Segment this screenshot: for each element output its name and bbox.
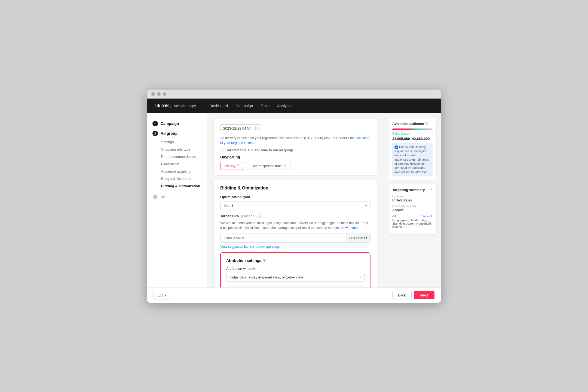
attr-chevron-icon: ▾ bbox=[359, 275, 361, 279]
target-cpa-label: Target CPA (Optional) ⓘ bbox=[220, 214, 370, 218]
targeting-os-row: Operating system Android bbox=[392, 204, 433, 212]
daypart-allday-btn[interactable]: All day ⓘ bbox=[220, 162, 244, 170]
nav-dashboard[interactable]: Dashboard bbox=[209, 104, 228, 108]
browser-chrome bbox=[147, 90, 441, 99]
right-panel: Available audience ⓘ Fairly broad 34,905… bbox=[384, 113, 441, 287]
exit-label: Exit bbox=[158, 293, 164, 297]
daypart-allday-label: All day bbox=[225, 164, 235, 168]
targeting-all-row: All View all Languages , Gender , Age , … bbox=[392, 214, 433, 228]
step-badge-campaign: ✓ bbox=[152, 121, 158, 126]
back-button[interactable]: Back bbox=[392, 291, 412, 299]
sidebar-sub-audience[interactable]: Audience targeting bbox=[158, 168, 207, 175]
sidebar-sub-bidding[interactable]: Bidding & Optimization bbox=[158, 182, 207, 190]
daypart-specific-btn[interactable]: Select specific time ⓘ bbox=[247, 162, 290, 170]
cpa-suffix: USD/Install bbox=[346, 234, 370, 242]
arrow-indicator: ➤ bbox=[207, 286, 210, 287]
audience-title: Available audience ⓘ bbox=[392, 122, 433, 126]
attr-grid: Click-through window 1-day click 7-day c… bbox=[226, 286, 365, 287]
checkmark-icon: ✓ bbox=[154, 122, 156, 125]
traffic-light-maximize[interactable] bbox=[163, 92, 166, 96]
datetime-value: 2023-12-29 04:57 bbox=[223, 126, 251, 130]
attr-window-label: Attribution window bbox=[226, 267, 365, 271]
audience-note: i Due to data security requirements, thi… bbox=[392, 143, 433, 177]
content-area: 2023-12-29 04:57 🕐 Ad delivery is based … bbox=[207, 113, 384, 287]
sidebar-sub-settings[interactable]: Settings bbox=[158, 138, 207, 146]
targeting-all-val: All bbox=[392, 214, 396, 218]
main-layout: ✓ Campaign 2 Ad group Settings Shopping … bbox=[147, 113, 441, 287]
step-badge-ad: 3 bbox=[152, 194, 158, 200]
target-cpa-help-icon: ⓘ bbox=[258, 215, 261, 218]
exit-chevron-icon: ▾ bbox=[165, 293, 166, 297]
dayparting-label: Dayparting bbox=[220, 155, 370, 159]
cpa-input-group: USD/Install bbox=[220, 234, 370, 243]
audience-note-text: Due to data security requirements, this … bbox=[394, 145, 429, 174]
audience-card: Available audience ⓘ Fairly broad 34,905… bbox=[388, 118, 437, 181]
attr-window-select[interactable]: 7-day click, 7-day engaged view, or 1-da… bbox=[226, 273, 365, 282]
datetime-input[interactable]: 2023-12-29 04:57 🕐 bbox=[220, 124, 261, 132]
targeting-os-label: Operating system bbox=[392, 204, 433, 208]
targeting-collapse-icon[interactable]: ⌃ bbox=[430, 188, 433, 192]
logo-tiktok-text: TikTok bbox=[154, 103, 169, 109]
opt-goal-value: Install bbox=[224, 204, 233, 208]
target-cpa-optional: (Optional) bbox=[241, 214, 256, 218]
bidding-section-title: Bidding & Optimization bbox=[220, 186, 370, 191]
logo-sub-text: Ads Manager bbox=[174, 104, 196, 108]
dayparting-options: All day ⓘ Select specific time ⓘ bbox=[220, 162, 370, 170]
traffic-light-minimize[interactable] bbox=[157, 92, 161, 96]
sidebar-sub-items: Settings Shopping ads type Product sourc… bbox=[158, 138, 207, 190]
traffic-light-close[interactable] bbox=[151, 92, 155, 96]
attr-col-click: Click-through window 1-day click 7-day c… bbox=[226, 286, 267, 287]
sidebar-sub-product[interactable]: Product source details bbox=[158, 153, 207, 160]
timezone-note: Ad delivery is based on your registered … bbox=[220, 136, 370, 145]
help-circle-icon: ⓘ bbox=[237, 164, 240, 168]
next-button[interactable]: Next bbox=[414, 291, 434, 299]
top-nav: TikTok: Ads Manager Dashboard Campaign T… bbox=[147, 99, 441, 113]
sidebar: ✓ Campaign 2 Ad group Settings Shopping … bbox=[147, 113, 207, 287]
datetime-section: 2023-12-29 04:57 🕐 Ad delivery is based … bbox=[213, 119, 377, 176]
nav-tools[interactable]: Tools bbox=[261, 104, 270, 108]
step-label-campaign: Campaign bbox=[161, 121, 179, 126]
targeting-card: Targeting summary ⌃ Location United Stat… bbox=[388, 184, 437, 235]
sidebar-step-adgroup[interactable]: 2 Ad group bbox=[147, 128, 207, 138]
sidebar-sub-placements[interactable]: Placements bbox=[158, 160, 207, 168]
exit-button[interactable]: Exit ▾ bbox=[154, 291, 170, 299]
view-all-link[interactable]: View all bbox=[422, 215, 433, 218]
suggest-bid-link[interactable]: View suggested bid bbox=[220, 245, 249, 249]
datetime-row: 2023-12-29 04:57 🕐 bbox=[220, 124, 370, 132]
cpa-input[interactable] bbox=[220, 234, 346, 242]
step-badge-adgroup: 2 bbox=[152, 131, 158, 136]
info-icon: i bbox=[394, 145, 398, 149]
opt-goal-label: Optimization goal bbox=[220, 195, 370, 199]
sidebar-step-campaign[interactable]: ✓ Campaign bbox=[147, 119, 207, 128]
daypart-specific-label: Select specific time bbox=[252, 164, 282, 168]
attr-or-1: Or bbox=[267, 286, 275, 287]
set-time-radio[interactable]: Set start time and end time to run ad gr… bbox=[220, 148, 370, 152]
opt-goal-select[interactable]: Install ▾ bbox=[220, 201, 370, 210]
targeting-location-label: Location bbox=[392, 195, 433, 198]
targeting-more-text: Languages , Gender , Age , Spending powe… bbox=[392, 219, 433, 228]
attribution-title: Attribution settings ⓘ bbox=[226, 258, 365, 263]
nav-analytics[interactable]: Analytics bbox=[277, 104, 292, 108]
sidebar-step-ad[interactable]: 3 Ad bbox=[147, 192, 207, 202]
chevron-down-icon: ▾ bbox=[365, 204, 367, 207]
attr-col-engaged: Engaged view-through window ⓘ 1-day enga… bbox=[275, 286, 316, 287]
attr-window-value: 7-day click, 7-day engaged view, or 1-da… bbox=[230, 275, 303, 279]
radio-circle bbox=[220, 148, 224, 152]
clock-icon: 🕐 bbox=[253, 126, 258, 130]
logo-dot: : bbox=[170, 102, 172, 109]
attribution-box: Attribution settings ⓘ Attribution windo… bbox=[220, 252, 370, 287]
targeting-location-val: United States bbox=[392, 198, 433, 202]
step-label-ad: Ad bbox=[161, 195, 165, 199]
nav-campaign[interactable]: Campaign bbox=[235, 104, 253, 108]
attribution-help-icon: ⓘ bbox=[263, 258, 266, 262]
bidding-section: Bidding & Optimization Optimization goal… bbox=[213, 180, 377, 287]
attr-col-viewthrough: View-through window Off 1-day view bbox=[324, 286, 364, 287]
targeting-location-row: Location United States bbox=[392, 195, 433, 202]
view-details-link[interactable]: View details bbox=[341, 226, 358, 230]
help-circle-specific-icon: ⓘ bbox=[283, 164, 286, 168]
sidebar-sub-budget[interactable]: Budget & Schedule bbox=[158, 175, 207, 182]
sidebar-sub-shopping[interactable]: Shopping ads type bbox=[158, 146, 207, 153]
audience-range-value: 34,905,000–42,663,000 bbox=[392, 137, 433, 141]
suggest-bid-row: View suggested bid to improve spending. bbox=[220, 245, 370, 249]
audience-help-icon: ⓘ bbox=[425, 122, 428, 126]
